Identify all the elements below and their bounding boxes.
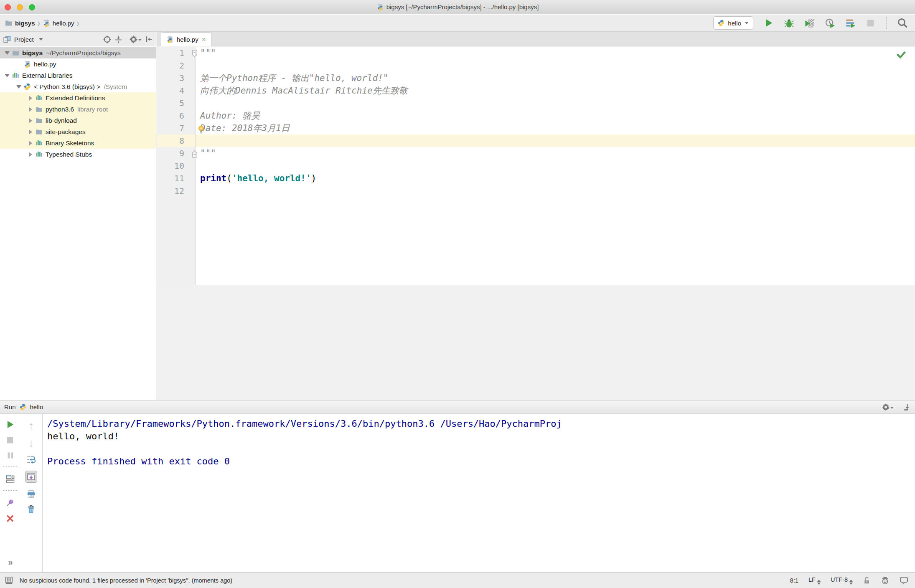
toolbar-separator (126, 35, 126, 44)
profiler-button[interactable] (825, 18, 835, 28)
clear-all-button[interactable] (27, 505, 36, 514)
inspections-ok-icon[interactable] (897, 50, 906, 59)
collapsed-arrow-icon[interactable] (29, 118, 32, 123)
print-button[interactable] (27, 489, 36, 498)
unlock-icon[interactable] (863, 576, 871, 584)
collapsed-arrow-icon[interactable] (29, 141, 32, 146)
tree-item-project-root[interactable]: bigsys ~/PycharmProjects/bigsys (0, 47, 156, 58)
updown-arrows-icon (817, 580, 821, 585)
run-configuration-select[interactable]: hello (713, 16, 753, 30)
window-title-text: bigsys [~/PycharmProjects/bigsys] - .../… (386, 3, 539, 10)
line-separator-select[interactable]: LF (808, 576, 821, 585)
python-file-icon (166, 36, 173, 43)
zoom-window-button[interactable] (29, 4, 35, 10)
code-editor[interactable]: 1 """ 2 3第一个Python程序 - 输出"hello, world!"… (157, 47, 915, 285)
run-panel-header: Run hello (0, 400, 915, 414)
hector-inspector-icon[interactable] (881, 576, 890, 585)
code-line: 2 (157, 59, 915, 72)
python-icon (20, 404, 26, 411)
run-toolbar: hello (713, 16, 915, 30)
prev-occurrence-icon: ↑ (28, 420, 34, 431)
breadcrumb-project[interactable]: bigsys (15, 20, 35, 27)
debug-button[interactable] (784, 18, 794, 28)
close-tab-icon[interactable]: × (202, 35, 206, 44)
run-panel-config-name: hello (30, 403, 43, 411)
python-file-icon (43, 19, 50, 27)
run-left-toolbar: » (0, 414, 20, 572)
main-area: Project bigsys ~/PycharmProjects/bigsys (0, 32, 915, 400)
run-console-output[interactable]: /System/Library/Frameworks/Python.framew… (43, 414, 915, 572)
run-with-coverage-button[interactable] (805, 18, 814, 28)
collapsed-arrow-icon[interactable] (29, 96, 32, 101)
collapsed-arrow-icon[interactable] (29, 152, 32, 157)
chevron-down-icon (745, 22, 749, 24)
toolbar-separator (3, 466, 17, 467)
breadcrumb: bigsys › hello.py › (0, 19, 79, 27)
expanded-arrow-icon[interactable] (16, 85, 21, 89)
tree-item-hello-py[interactable]: hello.py (0, 58, 156, 70)
tree-item-typeshed-stubs[interactable]: Typeshed Stubs (0, 149, 156, 160)
run-panel-settings-button[interactable] (882, 403, 894, 411)
collapse-all-button[interactable] (114, 35, 122, 43)
collapsed-arrow-icon[interactable] (29, 129, 32, 134)
folder-icon (12, 49, 19, 56)
editor-empty-space (157, 285, 915, 400)
hide-panel-button[interactable] (903, 403, 911, 411)
tree-item-lib-dynload[interactable]: lib-dynload (0, 115, 156, 126)
run-tool-window: Run hello » ↑ ↓ (0, 400, 915, 572)
pin-tab-button[interactable] (6, 498, 15, 507)
concurrency-diagram-button[interactable] (846, 18, 855, 28)
editor-tab-bar: hello.py × (157, 32, 915, 46)
stop-button (866, 19, 875, 28)
more-options-icon[interactable]: » (8, 558, 12, 567)
project-panel-header: Project (0, 32, 156, 46)
restore-layout-button[interactable] (6, 474, 15, 483)
fold-region-end-icon[interactable] (192, 148, 198, 158)
updown-arrows-icon (849, 580, 853, 585)
panel-settings-button[interactable] (130, 35, 142, 43)
tree-item-binary-skeletons[interactable]: Binary Skeletons (0, 137, 156, 149)
intention-bulb-icon[interactable] (198, 124, 205, 134)
code-line: 9 """ (157, 147, 915, 160)
console-line: /System/Library/Frameworks/Python.framew… (47, 418, 915, 431)
hide-panel-button[interactable] (145, 35, 152, 43)
caret-position[interactable]: 8:1 (790, 577, 798, 584)
breadcrumb-file[interactable]: hello.py (53, 20, 74, 27)
close-window-button[interactable] (5, 4, 11, 10)
run-console-toolbar: ↑ ↓ (20, 414, 43, 572)
chevron-down-icon[interactable] (39, 38, 43, 41)
folder-icon (35, 117, 43, 124)
tab-hello-py[interactable]: hello.py × (161, 32, 211, 46)
event-log-bubble-icon[interactable] (900, 576, 908, 585)
code-line: 5 (157, 97, 915, 109)
tree-item-external-libraries[interactable]: External Libraries (0, 70, 156, 81)
expanded-arrow-icon[interactable] (5, 74, 10, 77)
libraries-icon (35, 151, 43, 158)
tree-item-python36[interactable]: python3.6 library root (0, 104, 156, 115)
rerun-button[interactable] (6, 420, 15, 429)
collapsed-arrow-icon[interactable] (29, 107, 32, 112)
soft-wrap-button[interactable] (27, 455, 36, 464)
run-panel-body: » ↑ ↓ /System/Library/Frameworks/Python.… (0, 414, 915, 572)
tree-item-site-packages[interactable]: site-packages (0, 126, 156, 137)
encoding-select[interactable]: UTF-8 (831, 576, 853, 585)
python-icon (718, 20, 724, 26)
expanded-arrow-icon[interactable] (5, 51, 10, 55)
scroll-to-end-button[interactable] (25, 471, 37, 483)
toggle-toolwindows-icon[interactable] (5, 576, 13, 584)
close-panel-button[interactable] (6, 514, 14, 522)
code-line: 3第一个Python程序 - 输出"hello, world!" (157, 72, 915, 84)
python-file-icon (23, 61, 31, 68)
pause-output-button (6, 451, 14, 459)
fold-region-start-icon[interactable] (192, 48, 198, 58)
locate-file-button[interactable] (103, 35, 111, 43)
folder-icon (5, 19, 13, 27)
minimize-window-button[interactable] (17, 4, 23, 10)
project-tree: bigsys ~/PycharmProjects/bigsys hello.py… (0, 46, 156, 160)
run-button[interactable] (764, 18, 773, 28)
tree-item-extended-definitions[interactable]: Extended Definitions (0, 92, 156, 104)
code-line: 4向伟大的Dennis MacAlistair Ritchie先生致敬 (157, 84, 915, 97)
editor-area: hello.py × 1 """ 2 3第一个Python程序 - 输出"hel… (157, 32, 915, 400)
search-everywhere-button[interactable] (897, 18, 907, 28)
tree-item-python-interpreter[interactable]: < Python 3.6 (bigsys) > /System (0, 81, 156, 92)
